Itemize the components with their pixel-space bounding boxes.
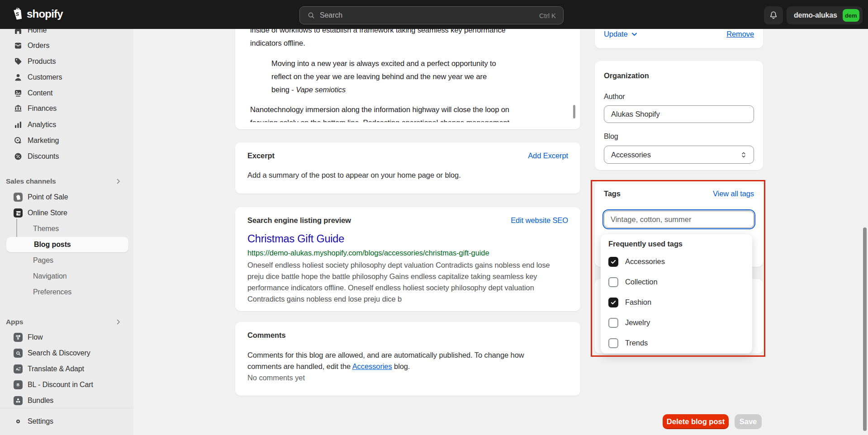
search-discovery-app-icon (14, 349, 23, 358)
editor-scrollbar-thumb[interactable] (573, 105, 575, 118)
excerpt-card: Excerpt Add Excerpt Add a summary of the… (235, 142, 580, 194)
blog-select[interactable]: Accessories (604, 146, 754, 164)
seo-card-title: Search engine listing preview (247, 216, 351, 225)
products-icon (14, 57, 23, 66)
author-label: Author (604, 93, 625, 101)
svg-text:A: A (16, 367, 19, 371)
seo-page-title[interactable]: Christmas Gift Guide (247, 233, 344, 245)
bell-icon (768, 10, 778, 20)
tag-option-trends[interactable]: Trends (601, 333, 752, 353)
sidebar-item-settings[interactable]: Settings (5, 414, 128, 429)
checkbox-unchecked-icon[interactable] (608, 277, 618, 287)
sidebar-item-analytics[interactable]: Analytics (5, 117, 128, 132)
global-search[interactable]: Search Ctrl K (299, 6, 564, 24)
topbar: S shopify Search Ctrl K demo-alukas dem (0, 0, 868, 29)
sidebar-section-apps[interactable]: Apps (6, 317, 128, 326)
notifications-button[interactable] (764, 6, 783, 24)
tag-option-collection[interactable]: Collection (601, 272, 752, 292)
point-of-sale-icon (14, 193, 23, 202)
sidebar-item-bundles[interactable]: Bundles (5, 393, 128, 408)
blog-label: Blog (604, 132, 618, 141)
comments-title: Comments (247, 331, 285, 340)
finances-icon (14, 104, 23, 113)
comments-card: Comments Comments for this blog are allo… (235, 322, 580, 396)
tags-input[interactable] (611, 215, 747, 224)
organization-title: Organization (604, 71, 649, 80)
editor-quote-line: Moving into a new year is always excited… (271, 57, 496, 70)
select-updown-icon (740, 151, 747, 159)
sidebar-divider (0, 408, 133, 408)
sidebar-item-content[interactable]: Content (5, 85, 128, 101)
accessories-blog-link[interactable]: Accessories (352, 362, 392, 370)
author-field[interactable]: Alukas Shopify (604, 105, 754, 123)
checkbox-unchecked-icon[interactable] (608, 318, 618, 328)
blog-selected-value: Accessories (611, 151, 651, 159)
bundles-app-icon (14, 396, 23, 405)
translate-adapt-app-icon: A (14, 364, 23, 374)
content-icon (14, 89, 23, 98)
sidebar-item-preferences[interactable]: Preferences (5, 284, 128, 300)
seo-page-url: https://demo-alukas.myshopify.com/blogs/… (247, 249, 489, 257)
comments-info-line1: Comments for this blog are allowed, and … (247, 351, 524, 359)
sidebar-section-sales-channels[interactable]: Sales channels (6, 177, 128, 186)
search-placeholder: Search (320, 11, 539, 19)
search-shortcut: Ctrl K (539, 12, 556, 19)
tags-option-list: Accessories Collection Fashion Jewelry T… (601, 251, 752, 353)
sidebar-item-translate-adapt[interactable]: A Translate & Adapt (5, 361, 128, 377)
analytics-icon (14, 120, 23, 129)
sidebar-item-orders[interactable]: Orders (5, 38, 128, 53)
no-comments-status: No comments yet (247, 374, 305, 382)
excerpt-title: Excerpt (247, 151, 275, 160)
tags-dropdown: Frequently used tags Accessories Collect… (601, 234, 752, 354)
chevron-right-icon (117, 179, 120, 184)
update-label: Update (604, 30, 628, 38)
excerpt-help-text: Add a summary of the post to appear on y… (247, 171, 461, 180)
checkbox-unchecked-icon[interactable] (608, 338, 618, 348)
page-scrollbar-thumb[interactable] (863, 227, 867, 431)
tags-input-wrapper (604, 211, 754, 228)
sidebar-item-customers[interactable]: Customers (5, 70, 128, 85)
sidebar-item-online-store[interactable]: Online Store (5, 205, 128, 221)
update-dropdown-button[interactable]: Update (604, 30, 637, 38)
sidebar: Home Orders Products Customers Content F… (0, 0, 133, 435)
tag-option-fashion[interactable]: Fashion (601, 292, 752, 312)
delete-blog-post-button[interactable]: Delete blog post (663, 414, 729, 429)
account-menu[interactable]: demo-alukas dem (787, 6, 863, 24)
shopify-logo[interactable]: S shopify (11, 7, 63, 21)
sidebar-item-pages[interactable]: Pages (5, 253, 128, 268)
sidebar-item-flow[interactable]: Flow (5, 330, 128, 345)
tag-option-accessories[interactable]: Accessories (601, 251, 752, 272)
sidebar-item-bl-discount[interactable]: B BL - Discount in Cart (5, 377, 128, 392)
svg-text:B: B (17, 383, 19, 387)
marketing-icon (14, 136, 23, 145)
sidebar-item-blog-posts[interactable]: Blog posts (6, 237, 128, 252)
tag-option-jewelry[interactable]: Jewelry (601, 312, 752, 333)
edit-website-seo-link[interactable]: Edit website SEO (511, 216, 568, 225)
remove-link[interactable]: Remove (726, 30, 754, 38)
tags-title: Tags (604, 189, 621, 198)
view-all-tags-link[interactable]: View all tags (713, 189, 754, 198)
author-value: Alukas Shopify (611, 110, 660, 118)
sidebar-item-finances[interactable]: Finances (5, 101, 128, 116)
tags-dropdown-title: Frequently used tags (608, 240, 683, 248)
shopify-bag-icon: S (11, 7, 24, 21)
checkbox-checked-icon[interactable] (608, 298, 618, 307)
sidebar-item-products[interactable]: Products (5, 54, 128, 69)
editor-quote-line: reflect on the year we are leaving behin… (271, 70, 487, 83)
save-button[interactable]: Save (735, 414, 762, 429)
add-excerpt-link[interactable]: Add Excerpt (528, 151, 568, 160)
sidebar-item-discounts[interactable]: Discounts (5, 149, 128, 164)
seo-preview-card: Search engine listing preview Edit websi… (235, 207, 580, 311)
sidebar-item-navigation[interactable]: Navigation (5, 269, 128, 284)
sidebar-item-marketing[interactable]: Marketing (5, 133, 128, 148)
checkbox-checked-icon[interactable] (608, 257, 618, 267)
editor-quote-line: being - Vape semiotics (271, 83, 346, 96)
flow-app-icon (14, 333, 23, 342)
sidebar-item-point-of-sale[interactable]: Point of Sale (5, 189, 128, 205)
shopify-admin-window: inside of workflows to establish a frame… (0, 0, 868, 435)
bl-discount-app-icon: B (14, 380, 23, 389)
discounts-icon (14, 152, 23, 161)
sidebar-item-search-discovery[interactable]: Search & Discovery (5, 345, 128, 361)
chevron-right-icon (117, 319, 120, 325)
customers-icon (14, 73, 23, 82)
